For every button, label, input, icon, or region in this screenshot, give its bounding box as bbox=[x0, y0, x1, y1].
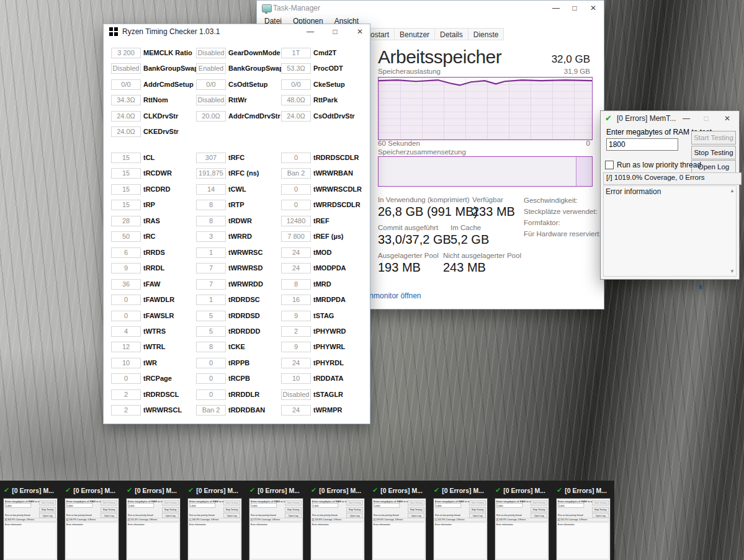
close-button[interactable]: ✕ bbox=[584, 1, 603, 16]
mini-low-priority-label: Run as low priority thread bbox=[558, 513, 583, 516]
ram-amount-input[interactable] bbox=[606, 138, 678, 151]
maximize-button[interactable]: □ bbox=[326, 24, 344, 39]
taskbar-thumbnail[interactable]: ✔ [0 Errors] M... Enter megabytes of RAM… bbox=[1, 481, 60, 560]
mini-error-list: Error information bbox=[311, 523, 364, 559]
timing-label: tWRRD bbox=[228, 233, 252, 240]
mini-memtest-window: Enter megabytes of RAM to test 1400 Star… bbox=[4, 499, 57, 560]
memtest-titlebar[interactable]: ✔ [0 Errors] MemT... — □ ✕ bbox=[601, 111, 739, 126]
mini-error-list: Error information bbox=[496, 523, 548, 559]
ryzen-titlebar[interactable]: Ryzen Timing Checker 1.03.1 — □ ✕ bbox=[104, 24, 370, 39]
timing-value-field: 24.0Ω bbox=[111, 127, 141, 137]
memtest-check-icon: ✔ bbox=[557, 486, 562, 494]
taskbar-thumbnail[interactable]: ✔ [0 Errors] M... Enter megabytes of RAM… bbox=[63, 481, 121, 560]
mini-error-label: Error information bbox=[5, 523, 22, 525]
minimize-button[interactable]: — bbox=[677, 111, 696, 126]
mini-error-label: Error information bbox=[558, 523, 575, 525]
timing-value-field: 15 bbox=[111, 168, 141, 179]
mini-memtest-window: Enter megabytes of RAM to test 1400 Star… bbox=[557, 499, 610, 560]
task-manager-titlebar[interactable]: Task-Manager — □ ✕ bbox=[257, 1, 604, 16]
close-button[interactable]: ✕ bbox=[351, 24, 369, 39]
memtest-check-icon: ✔ bbox=[249, 486, 255, 494]
timing-label: tWRWRSCDLR bbox=[313, 185, 362, 193]
thumbnail-title: ✔ [0 Errors] M... bbox=[308, 481, 367, 497]
timing-value-field: 14 bbox=[196, 184, 226, 195]
mini-ram-label: Enter megabytes of RAM to test bbox=[66, 500, 104, 503]
taskbar-thumbnail[interactable]: ✔ [0 Errors] M... Enter megabytes of RAM… bbox=[186, 481, 244, 560]
taskbar-thumbnail[interactable]: ✔ [0 Errors] M... Enter megabytes of RAM… bbox=[308, 481, 367, 560]
tab-benutzer[interactable]: Benutzer bbox=[395, 28, 435, 40]
timing-label: tRDRDSD bbox=[228, 312, 260, 319]
minimize-button[interactable]: — bbox=[547, 1, 565, 16]
mini-start-button: Start Testing bbox=[531, 500, 547, 505]
mini-open-log-button: Open Log bbox=[39, 513, 56, 518]
mini-error-list: Error information bbox=[4, 523, 56, 559]
scroll-up-icon[interactable]: ▲ bbox=[730, 188, 735, 193]
timing-label: tRAS bbox=[143, 217, 160, 224]
mini-low-priority-label: Run as low priority thread bbox=[312, 513, 337, 516]
mini-start-button: Start Testing bbox=[469, 500, 486, 505]
tab-details[interactable]: Details bbox=[435, 28, 468, 40]
error-information-label: Error information bbox=[606, 187, 661, 196]
taskbar-thumbnail[interactable]: ✔ [0 Errors] M... Enter megabytes of RAM… bbox=[124, 481, 182, 560]
mini-start-button: Start Testing bbox=[592, 500, 609, 505]
timing-value-field: 48.0Ω bbox=[281, 95, 311, 105]
mini-ram-label: Enter megabytes of RAM to test bbox=[5, 500, 42, 503]
minimize-button[interactable]: — bbox=[301, 24, 320, 39]
taskbar-thumbnail[interactable]: ✔ [0 Errors] M... Enter megabytes of RAM… bbox=[554, 481, 612, 560]
timing-value-field: 0 bbox=[281, 184, 311, 195]
timing-label: CsOdtDrvStr bbox=[313, 112, 355, 120]
timing-value-field: 53.3Ω bbox=[281, 63, 311, 74]
timing-label: tRDWR bbox=[228, 217, 252, 224]
mini-stop-button: Stop Testing bbox=[285, 507, 302, 512]
timing-value-field: 0/0 bbox=[281, 79, 311, 90]
memtest-check-icon: ✔ bbox=[605, 113, 612, 123]
thumbnail-preview: Enter megabytes of RAM to test 1400 Star… bbox=[372, 499, 426, 560]
timing-label: tMOD bbox=[313, 249, 331, 256]
taskbar-thumbnail[interactable]: ✔ [0 Errors] M... Enter megabytes of RAM… bbox=[431, 481, 490, 560]
taskbar-thumbnail[interactable]: ✔ [0 Errors] M... Enter megabytes of RAM… bbox=[493, 481, 551, 560]
timing-label: tWRWRBAN bbox=[313, 169, 353, 177]
mini-error-label: Error information bbox=[496, 523, 513, 525]
timing-value-field: 0/0 bbox=[111, 79, 141, 90]
stop-testing-button[interactable]: Stop Testing bbox=[691, 146, 736, 159]
thumbnail-title: ✔ [0 Errors] M... bbox=[63, 481, 121, 497]
maximize-button[interactable]: □ bbox=[697, 111, 715, 126]
mini-error-label: Error information bbox=[66, 523, 83, 525]
timing-label: tRCPage bbox=[143, 375, 172, 382]
timing-label: tCWL bbox=[228, 185, 246, 193]
timing-value-field: 16 bbox=[281, 295, 311, 305]
thumbnail-preview: Enter megabytes of RAM to test 1400 Star… bbox=[65, 499, 119, 560]
hw-label: Steckplätze verwendet: bbox=[524, 208, 598, 215]
mini-coverage-status: [\] 172.9% Coverage, 0 Errors bbox=[250, 518, 303, 522]
mini-coverage-status: [-] 106.3% Coverage, 0 Errors bbox=[189, 518, 241, 522]
timing-value-field: 20.0Ω bbox=[196, 111, 226, 122]
timing-value-field: 307 bbox=[196, 153, 226, 163]
mini-coverage-status: [/] 109.6% Coverage, 0 Errors bbox=[373, 518, 426, 522]
scroll-down-icon[interactable]: ▼ bbox=[730, 269, 735, 274]
timing-label: AddrCmdDrvStr bbox=[228, 112, 280, 120]
timing-value-field: Ban 2 bbox=[196, 405, 226, 416]
thumbnail-title-text: [0 Errors] M... bbox=[73, 487, 115, 494]
low-priority-checkbox[interactable] bbox=[605, 161, 614, 169]
taskbar-thumbnail[interactable]: ✔ [0 Errors] M... Enter megabytes of RAM… bbox=[370, 481, 428, 560]
composition-used-segment bbox=[379, 157, 576, 186]
timing-label: tRP bbox=[143, 201, 155, 208]
mini-memtest-window: Enter megabytes of RAM to test 1400 Star… bbox=[249, 499, 303, 560]
usage-graph-max: 31,9 GB bbox=[564, 68, 590, 75]
timing-value-field: 8 bbox=[281, 279, 311, 290]
close-button[interactable]: ✕ bbox=[718, 111, 737, 126]
timing-label: MEMCLK Ratio bbox=[143, 49, 192, 56]
timing-value-field: 0 bbox=[111, 373, 141, 384]
maximize-button[interactable]: □ bbox=[565, 1, 584, 16]
taskbar-thumbnail[interactable]: ✔ [0 Errors] M... Enter megabytes of RAM… bbox=[247, 481, 305, 560]
mini-ram-input: 1400 bbox=[496, 504, 522, 508]
timing-value-field: 5 bbox=[196, 311, 226, 321]
timing-value-field: 0 bbox=[281, 200, 311, 210]
timing-value-field: Disabled bbox=[111, 63, 141, 74]
timing-label: tFAWDLR bbox=[143, 296, 174, 303]
start-testing-button[interactable]: Start Testing bbox=[691, 131, 736, 144]
timing-value-field: 34.3Ω bbox=[111, 95, 141, 105]
timing-value-field: 7 bbox=[196, 263, 226, 273]
tab-dienste[interactable]: Dienste bbox=[468, 28, 504, 40]
timing-value-field: 2 bbox=[281, 326, 311, 337]
